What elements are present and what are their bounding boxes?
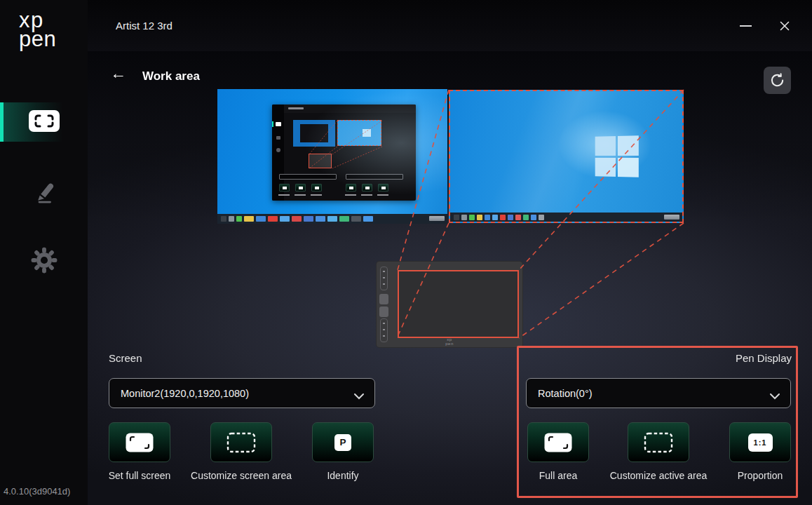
minimize-button[interactable] xyxy=(733,15,757,36)
taskbar-icon xyxy=(515,215,521,220)
mini-app-window xyxy=(272,105,416,201)
dashed-rect-icon xyxy=(644,432,673,453)
back-button[interactable]: ← xyxy=(110,65,126,81)
mini-tablet xyxy=(309,154,332,168)
xppen-logo-line2: pen xyxy=(19,30,56,49)
app-window: xp pen xyxy=(0,0,812,505)
full-area-label: Full area xyxy=(506,469,611,482)
dashed-rect-icon xyxy=(226,432,256,453)
work-area-page: ← Work area xyxy=(88,51,812,505)
version-text: 4.0.10(3d9041d) xyxy=(4,486,70,497)
taskbar-icon xyxy=(500,215,506,220)
taskbar-icon xyxy=(492,215,498,220)
proportion-icon: 1:1 xyxy=(748,433,773,452)
close-button[interactable] xyxy=(773,15,797,36)
pen-icon xyxy=(29,176,59,208)
taskbar-icon xyxy=(508,215,513,220)
customize-screen-area-button[interactable] xyxy=(210,422,272,462)
sidebar: xp pen xyxy=(0,0,88,505)
screen-monitor-dropdown[interactable]: Monitor2(1920,0,1920,1080) xyxy=(109,378,375,408)
taskbar-icon xyxy=(256,216,266,222)
taskbar-icon xyxy=(327,216,337,222)
titlebar: Artist 12 3rd xyxy=(88,0,812,51)
taskbar-icon xyxy=(469,215,475,220)
taskbar-icon xyxy=(539,215,544,220)
taskbar-icon xyxy=(339,216,349,222)
sidebar-item-work-area[interactable] xyxy=(0,102,88,142)
taskbar-icon xyxy=(316,216,325,222)
monitor-1-taskbar xyxy=(217,214,447,224)
minimize-icon xyxy=(740,25,752,27)
taskbar-icon xyxy=(531,215,536,220)
mini-button xyxy=(279,184,290,191)
sidebar-item-settings[interactable] xyxy=(0,240,88,283)
chevron-down-icon xyxy=(354,391,364,402)
screen-dropdown-value: Monitor2(1920,0,1920,1080) xyxy=(121,388,249,399)
tablet-express-keys xyxy=(379,265,389,344)
page-title: Work area xyxy=(142,69,200,83)
taskbar-icon xyxy=(280,216,290,222)
taskbar-icon xyxy=(229,216,234,222)
mini-dropdown-right xyxy=(346,174,403,180)
rotation-dropdown[interactable]: Rotation(0°) xyxy=(526,378,791,408)
taskbar-icon xyxy=(523,215,529,220)
taskbar-icon xyxy=(292,216,302,222)
mini-monitor-1 xyxy=(293,120,335,147)
taskbar-icon xyxy=(236,216,242,222)
mini-button xyxy=(311,184,322,191)
pen-display-section-label: Pen Display xyxy=(517,352,792,364)
full-area-button[interactable] xyxy=(527,422,589,462)
full-screen-icon xyxy=(125,432,154,453)
identify-button[interactable]: P xyxy=(312,422,374,462)
monitor-2-preview[interactable] xyxy=(449,90,684,223)
device-title: Artist 12 3rd xyxy=(116,20,172,32)
windows-logo xyxy=(595,135,639,177)
xppen-logo: xp pen xyxy=(19,11,56,48)
mini-button xyxy=(295,184,306,191)
rotation-dropdown-value: Rotation(0°) xyxy=(538,388,593,399)
mini-monitor-2 xyxy=(337,120,381,146)
monitor-2-taskbar xyxy=(450,213,682,222)
mini-button xyxy=(378,184,388,191)
sidebar-item-pen-settings[interactable] xyxy=(0,171,88,213)
customize-active-area-label: Customize active area xyxy=(606,469,711,482)
chevron-down-icon xyxy=(770,391,780,402)
taskbar-icon xyxy=(244,216,254,222)
taskbar-icon xyxy=(351,216,361,222)
work-area-icon xyxy=(28,109,60,135)
taskbar-icon xyxy=(454,215,459,220)
set-full-screen-button[interactable] xyxy=(109,422,170,462)
proportion-label: Proportion xyxy=(708,469,812,482)
close-icon xyxy=(779,20,790,32)
taskbar-icon xyxy=(461,215,467,220)
gear-icon xyxy=(29,245,59,278)
customize-active-area-button[interactable] xyxy=(628,422,689,462)
identify-icon: P xyxy=(334,434,351,451)
taskbar-clock xyxy=(429,216,445,221)
refresh-icon xyxy=(769,72,785,88)
taskbar-icon xyxy=(268,216,278,222)
screen-section-label: Screen xyxy=(109,352,142,364)
taskbar-icon xyxy=(363,216,373,222)
taskbar-icon xyxy=(221,216,226,222)
taskbar-clock xyxy=(664,215,679,220)
taskbar-icon xyxy=(304,216,313,222)
full-area-icon xyxy=(543,432,573,453)
taskbar-icon xyxy=(477,215,482,220)
customize-screen-area-label: Customize screen area xyxy=(189,469,294,482)
proportion-button[interactable]: 1:1 xyxy=(729,422,791,462)
identify-label: Identify xyxy=(290,469,395,482)
mini-titlebar xyxy=(284,105,416,113)
mini-button xyxy=(362,184,372,191)
tablet-preview: xppen xyxy=(377,262,522,347)
taskbar-icon xyxy=(485,215,490,220)
mini-button xyxy=(346,184,356,191)
mini-mapping-lines xyxy=(272,105,416,201)
monitor-1-preview[interactable] xyxy=(217,89,447,224)
mini-dropdown-left xyxy=(279,174,337,180)
refresh-button[interactable] xyxy=(764,67,791,94)
tablet-active-area[interactable] xyxy=(398,270,519,338)
set-full-screen-label: Set full screen xyxy=(87,469,192,482)
xppen-logo-mini: xppen xyxy=(445,338,454,346)
